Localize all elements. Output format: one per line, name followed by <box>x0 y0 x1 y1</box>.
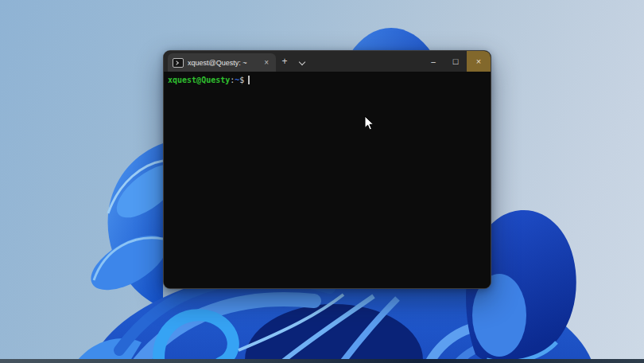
tab-title: xquest@Questy: ~ <box>188 59 258 67</box>
tab-dropdown-button[interactable] <box>293 53 311 69</box>
new-tab-button[interactable]: + <box>276 53 293 69</box>
tab-close-icon[interactable]: × <box>262 57 271 68</box>
chevron-down-icon <box>300 60 305 65</box>
terminal-icon <box>173 58 184 68</box>
terminal-content[interactable]: xquest@Questy:~$ <box>164 72 491 289</box>
close-button[interactable]: × <box>467 51 491 72</box>
prompt-symbol: $ <box>239 75 244 85</box>
titlebar-drag-area[interactable] <box>311 51 422 72</box>
window-titlebar[interactable]: xquest@Questy: ~ × + – □ × <box>164 51 491 72</box>
shell-prompt: xquest@Questy:~$ <box>168 75 491 85</box>
terminal-window: xquest@Questy: ~ × + – □ × xquest@Questy… <box>163 50 491 289</box>
desktop: xquest@Questy: ~ × + – □ × xquest@Questy… <box>0 0 644 363</box>
minimize-button[interactable]: – <box>422 51 444 72</box>
terminal-cursor <box>248 76 250 84</box>
taskbar-edge <box>0 359 644 363</box>
maximize-button[interactable]: □ <box>444 51 467 72</box>
terminal-tab[interactable]: xquest@Questy: ~ × <box>168 53 276 72</box>
prompt-user-host: xquest@Questy <box>168 75 230 85</box>
mouse-cursor-icon <box>364 115 374 131</box>
